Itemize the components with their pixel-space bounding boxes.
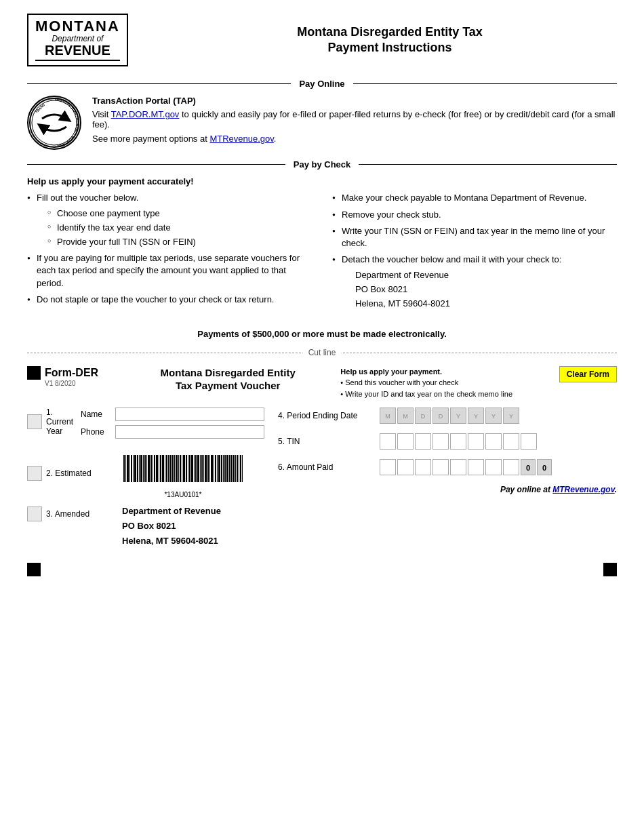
payment-type-row-2: 2. Estimated xyxy=(27,448,264,498)
amount-box-6[interactable] xyxy=(468,459,484,475)
svg-rect-40 xyxy=(191,455,193,482)
tap-link[interactable]: TAP.DOR.MT.gov xyxy=(111,109,180,119)
amount-box-1[interactable] xyxy=(380,459,396,475)
date-box-y3[interactable]: Y xyxy=(485,408,502,424)
svg-rect-57 xyxy=(224,455,226,482)
svg-rect-30 xyxy=(172,455,174,482)
electronic-notice: Payments of $500,000 or more must be mad… xyxy=(27,329,617,339)
svg-rect-26 xyxy=(165,455,165,482)
date-box-m1[interactable]: M xyxy=(380,408,396,424)
name-field-row: Name xyxy=(81,408,264,421)
tin-box-8[interactable] xyxy=(503,433,519,450)
name-label: Name xyxy=(81,410,111,419)
barcode-area: *13AU0101* xyxy=(122,454,244,498)
more-options-text: See more payment options at MTRevenue.go… xyxy=(92,134,617,144)
clear-form-container: Clear Form xyxy=(559,366,617,382)
bullet-no-staple: Do not staple or tape the voucher to you… xyxy=(27,294,312,306)
logo-montana: MONTANA xyxy=(35,19,120,34)
svg-rect-7 xyxy=(127,455,129,482)
svg-rect-5 xyxy=(123,455,125,482)
pay-check-content: Fill out the voucher below. Choose one p… xyxy=(27,192,617,315)
logo-dept: Department of xyxy=(35,34,120,43)
left-bullet-list: Fill out the voucher below. Choose one p… xyxy=(27,192,312,306)
svg-rect-35 xyxy=(182,455,182,482)
svg-rect-39 xyxy=(189,455,190,482)
svg-rect-34 xyxy=(180,455,181,482)
date-box-y2[interactable]: Y xyxy=(468,408,484,424)
amount-box-8[interactable] xyxy=(503,459,519,475)
name-input[interactable] xyxy=(115,408,264,421)
tin-box-3[interactable] xyxy=(415,433,431,450)
field-6-label: 6. Amount Paid xyxy=(278,462,373,472)
main-title: Montana Disregarded Entity Tax Payment I… xyxy=(163,24,617,56)
tin-box-5[interactable] xyxy=(450,433,466,450)
svg-rect-50 xyxy=(211,455,213,482)
svg-rect-27 xyxy=(166,455,167,482)
checkbox-current-year[interactable] xyxy=(27,414,42,429)
mtrevenue-link-footer[interactable]: MTRevenue.gov xyxy=(552,485,614,494)
tin-box-2[interactable] xyxy=(397,433,414,450)
clear-form-button[interactable]: Clear Form xyxy=(559,366,617,382)
amount-box-3[interactable] xyxy=(415,459,431,475)
date-box-d1[interactable]: D xyxy=(415,408,431,424)
payment-type-row-1: 1. Current Year Name Phone xyxy=(27,408,264,443)
amount-cents-2: 0 xyxy=(537,459,552,475)
page-header: MONTANA Department of REVENUE Montana Di… xyxy=(27,14,617,66)
amount-box-4[interactable] xyxy=(432,459,449,475)
field-5-label: 5. TIN xyxy=(278,437,373,446)
bottom-squares xyxy=(27,563,617,576)
date-boxes: M M D D Y Y Y Y xyxy=(380,408,519,424)
svg-rect-53 xyxy=(217,455,218,482)
checkbox-amended[interactable] xyxy=(27,507,42,521)
amount-boxes: 0 0 xyxy=(380,459,552,475)
phone-input[interactable] xyxy=(115,425,264,439)
name-phone-fields: Name Phone xyxy=(81,408,264,443)
svg-rect-45 xyxy=(201,455,203,482)
bullet-write-tin: Write your TIN (SSN or FEIN) and tax yea… xyxy=(332,225,617,250)
svg-rect-41 xyxy=(194,455,195,482)
barcode-number: *13AU0101* xyxy=(122,491,244,498)
payment-label-2: 2. Estimated xyxy=(46,469,92,478)
tin-box-1[interactable] xyxy=(380,433,396,450)
date-box-y4[interactable]: Y xyxy=(503,408,519,424)
svg-rect-14 xyxy=(140,455,142,482)
amount-box-7[interactable] xyxy=(485,459,502,475)
pay-online-text: TransAction Portal (TAP) Visit TAP.DOR.M… xyxy=(92,96,617,144)
pay-online-divider: Pay Online xyxy=(27,79,617,89)
date-box-d2[interactable]: D xyxy=(432,408,449,424)
sub-bullet-payment-type: Choose one payment type xyxy=(47,207,312,220)
mtrevenue-link-top[interactable]: MTRevenue.gov xyxy=(209,134,273,144)
barcode-svg xyxy=(122,454,244,488)
pay-online-section: TRANS TRANSACTION · PORTAL · MONTANA · T… xyxy=(27,96,617,150)
tin-box-9[interactable] xyxy=(521,433,537,450)
tin-box-4[interactable] xyxy=(432,433,449,450)
help-title: Help us apply your payment accurately! xyxy=(27,176,617,186)
tin-box-6[interactable] xyxy=(468,433,484,450)
date-box-y1[interactable]: Y xyxy=(450,408,466,424)
right-bullet-list: Make your check payable to Montana Depar… xyxy=(332,192,617,311)
amount-box-5[interactable] xyxy=(450,459,466,475)
logo-area: MONTANA Department of REVENUE xyxy=(27,14,163,66)
amount-box-2[interactable] xyxy=(397,459,414,475)
bullet-remove-stub: Remove your check stub. xyxy=(332,209,617,221)
voucher-help-text: Help us apply your payment. • Send this … xyxy=(340,366,552,400)
svg-rect-46 xyxy=(203,455,204,482)
field-6-row: 6. Amount Paid 0 0 xyxy=(278,459,617,475)
svg-rect-63 xyxy=(237,455,238,482)
svg-rect-65 xyxy=(240,455,241,482)
tap-title: TransAction Portal (TAP) xyxy=(92,96,617,106)
svg-rect-18 xyxy=(148,455,150,482)
svg-rect-16 xyxy=(144,455,146,482)
checkbox-estimated[interactable] xyxy=(27,466,42,481)
voucher-help-heading: Help us apply your payment. xyxy=(340,366,552,378)
payment-type-2: 2. Estimated xyxy=(27,466,122,481)
svg-rect-36 xyxy=(183,455,185,482)
bullet-payable-to: Make your check payable to Montana Depar… xyxy=(332,192,617,204)
date-box-m2[interactable]: M xyxy=(397,408,414,424)
svg-rect-37 xyxy=(186,455,187,482)
voucher-right-col: 4. Period Ending Date M M D D Y Y Y Y 5.… xyxy=(264,408,617,494)
voucher-footer: Pay online at MTRevenue.gov. xyxy=(278,485,617,494)
tin-box-7[interactable] xyxy=(485,433,502,450)
amount-cents-1: 0 xyxy=(521,459,536,475)
svg-rect-47 xyxy=(205,455,207,482)
